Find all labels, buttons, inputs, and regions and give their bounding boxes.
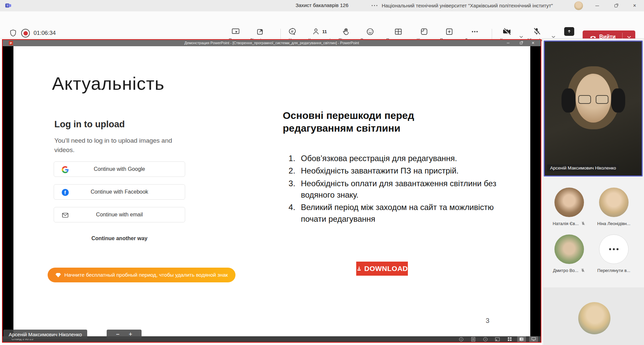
camera-options-chevron-icon[interactable] (519, 33, 523, 40)
display-settings-icon[interactable] (529, 336, 538, 342)
presenter-name-overlay: Арсеній Максимович Ніколенко (3, 330, 87, 339)
zoom-in-button[interactable]: + (129, 331, 132, 338)
participants-count-badge: 11 (322, 29, 327, 34)
participant-label: Переглянути в... (589, 268, 639, 273)
rooms-icon (420, 27, 429, 36)
obstacles-heading: Основні перешкоди перед редагуванням сві… (283, 109, 443, 135)
share-zoom-controls: − + (107, 330, 142, 339)
mic-off-icon (532, 27, 541, 36)
download-image: DOWNLOAD (356, 262, 408, 276)
ppt-close-button[interactable]: ✕ (527, 40, 539, 46)
participants-sidebar: Арсеній Максимович Ніколенко Наталія Єв.… (542, 39, 644, 345)
zoom-slide-icon[interactable] (517, 336, 526, 342)
pen-tools-icon[interactable] (493, 336, 502, 342)
slide-page-number: 3 (486, 317, 489, 325)
presentation-slide: Актуальність Log in to upload You’ll nee… (13, 46, 530, 336)
trial-banner-label: Начните бесплатный пробный период, чтобы… (64, 272, 228, 278)
present-screen-icon (231, 27, 240, 36)
download-arrow-icon (356, 265, 362, 272)
email-icon (61, 211, 69, 219)
continue-google-button: Continue with Google (54, 161, 185, 177)
login-heading: Log in to upload (54, 119, 125, 130)
titlebar: T Захист бакалаврів 126 Національний тех… (0, 0, 644, 11)
react-smiley-icon (366, 27, 375, 36)
google-icon (61, 166, 69, 173)
obstacle-item: Обов’язкова реєстрація для редагування. (298, 153, 507, 164)
speaker-name-label: Арсеній Максимович Ніколенко (547, 164, 619, 171)
next-slide-icon[interactable] (481, 336, 490, 342)
close-button[interactable]: × (628, 0, 641, 11)
security-shield-icon (9, 28, 17, 38)
people-icon (312, 27, 321, 36)
teams-meeting-window: T Захист бакалаврів 126 Національний тех… (0, 0, 644, 345)
continue-facebook-button: f Continue with Facebook (54, 184, 185, 200)
participant-label: Дмитро Во... (544, 268, 594, 273)
continue-google-label: Continue with Google (94, 166, 145, 172)
account-org-name: Національний технічний університет "Харк… (382, 3, 572, 8)
continue-facebook-label: Continue with Facebook (91, 189, 148, 195)
powerpoint-window-title: Демонстрация PowerPoint - [Створення_про… (3, 41, 541, 45)
leave-options-chevron-icon[interactable] (623, 36, 635, 39)
meeting-toolbar: 01:06:34 Почати Відкріпити (0, 11, 644, 39)
facebook-icon: f (61, 189, 69, 196)
download-label: DOWNLOAD (364, 265, 408, 273)
recording-indicator-icon (21, 29, 30, 38)
obstacle-item: Великий період між заходом на сайт та мо… (298, 202, 507, 225)
camera-off-icon (502, 27, 512, 36)
participant-avatar[interactable] (554, 188, 584, 217)
participant-label: Наталія Єв... (544, 221, 594, 226)
participant-avatar[interactable] (599, 188, 629, 217)
continue-email-button: Continue with email (54, 207, 185, 222)
ppt-minimize-button[interactable] (502, 40, 514, 46)
powerpoint-titlebar: P Демонстрация PowerPoint - [Створення_п… (3, 40, 541, 46)
raise-hand-icon (341, 27, 351, 36)
continue-another-way-link: Continue another way (54, 235, 185, 242)
restore-button[interactable] (609, 0, 623, 11)
see-all-slides-icon[interactable] (505, 336, 514, 342)
continue-email-label: Continue with email (96, 212, 143, 218)
slide-title: Актуальність (52, 73, 164, 94)
view-grid-icon (394, 27, 403, 36)
mic-off-icon (580, 268, 585, 273)
participant-avatar (578, 302, 610, 334)
participant-video-tile[interactable] (543, 287, 644, 345)
chat-icon (288, 27, 297, 36)
titlebar-more-icon[interactable] (372, 5, 377, 6)
obstacle-item: Необхідність завантажити ПЗ на пристрій. (298, 165, 507, 177)
obstacle-item: Необхідність оплати для завантаження сві… (298, 178, 507, 201)
presenter-notes-icon[interactable] (469, 336, 478, 342)
ppt-restore-button[interactable] (515, 40, 527, 46)
popout-icon (256, 27, 265, 36)
more-ellipsis-icon (470, 27, 479, 36)
login-subtext: You’ll need to log in to upload images a… (54, 136, 179, 154)
view-more-participants-button[interactable] (599, 234, 629, 264)
previous-slide-icon[interactable] (457, 336, 466, 342)
share-tray-icon (564, 27, 574, 36)
active-speaker-video[interactable]: Арсеній Максимович Ніколенко (544, 41, 643, 177)
speaker-video-feed (545, 42, 642, 176)
gem-icon (55, 273, 61, 278)
meeting-timer: 01:06:34 (34, 30, 56, 37)
participant-label: Ніна Леонідівн... (589, 221, 639, 226)
apps-plus-icon (445, 27, 454, 36)
zoom-out-button[interactable]: − (116, 331, 120, 338)
participant-avatar[interactable] (554, 234, 584, 264)
obstacles-list: Обов’язкова реєстрація для редагування. … (283, 153, 507, 226)
account-avatar[interactable] (574, 1, 583, 10)
minimize-button[interactable] (590, 0, 604, 11)
trial-banner: Начните бесплатный пробный период, чтобы… (48, 268, 235, 282)
mic-off-icon (581, 221, 586, 226)
